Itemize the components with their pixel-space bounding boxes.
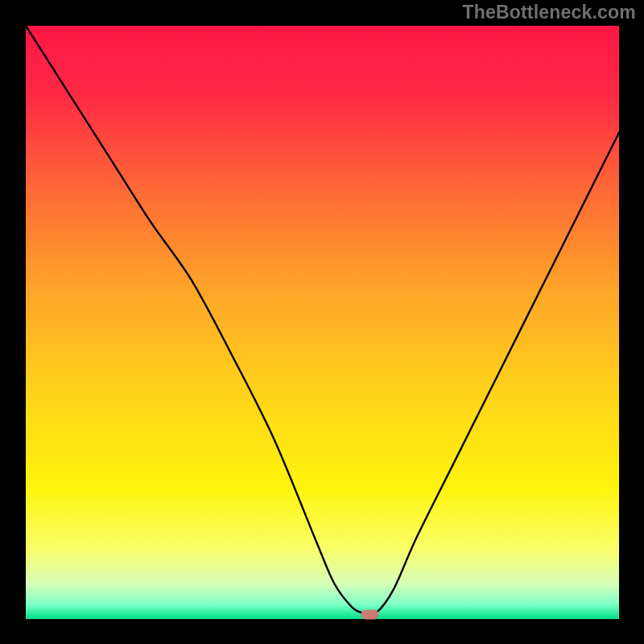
chart-gradient-background: [26, 26, 619, 619]
bottleneck-chart: [0, 0, 644, 644]
watermark-text: TheBottleneck.com: [462, 2, 636, 23]
minimum-marker: [361, 610, 379, 620]
